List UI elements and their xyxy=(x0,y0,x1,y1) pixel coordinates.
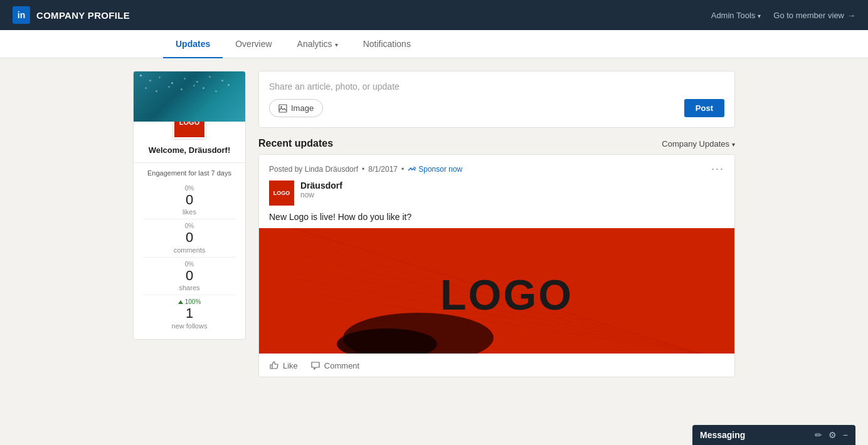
compose-message-icon[interactable]: ✏ xyxy=(815,430,822,440)
shares-label: shares xyxy=(143,284,236,291)
messaging-icons: ✏ ⚙ − xyxy=(815,430,848,440)
nav-right: Admin Tools Go to member view xyxy=(711,11,855,20)
admin-tools-button[interactable]: Admin Tools xyxy=(711,11,761,20)
likes-label: likes xyxy=(143,208,236,216)
messaging-label: Messaging xyxy=(700,430,745,440)
welcome-text: Welcome, Dräusdorf! xyxy=(134,142,245,162)
company-profile-title: COMPANY PROFILE xyxy=(36,10,130,21)
svg-rect-0 xyxy=(279,105,287,112)
tab-nav: Updates Overview Analytics Notifications xyxy=(0,30,868,58)
svg-text:LOGO: LOGO xyxy=(440,271,573,318)
post-footer: Like Comment xyxy=(259,353,734,377)
svg-point-1 xyxy=(280,106,282,107)
post-meta: Posted by Linda Dräusdorf • 8/1/2017 • S… xyxy=(269,165,462,174)
author-info: Dräusdorf now xyxy=(300,181,342,199)
member-view-button[interactable]: Go to member view xyxy=(773,11,855,20)
comments-value: 0 xyxy=(143,229,236,246)
nav-left: in COMPANY PROFILE xyxy=(13,6,130,24)
share-box: Share an article, photo, or update Image… xyxy=(258,71,735,128)
follows-value: 1 xyxy=(143,305,236,322)
post-text: New Logo is live! How do you like it? xyxy=(259,212,734,228)
more-options-button[interactable]: ··· xyxy=(711,162,724,175)
recent-updates-title: Recent updates xyxy=(258,138,333,149)
comment-button[interactable]: Comment xyxy=(310,360,359,370)
likes-percent: 0% xyxy=(143,185,236,192)
engagement-section: Engagement for last 7 days 0% 0 likes 0%… xyxy=(134,162,245,339)
post-image: LOGO xyxy=(259,228,734,353)
company-updates-chevron-icon xyxy=(732,139,735,149)
share-actions: Image Post xyxy=(269,99,724,117)
follows-label: new follows xyxy=(143,322,236,330)
comments-percent: 0% xyxy=(143,223,236,229)
sponsor-icon xyxy=(408,165,416,173)
post-button[interactable]: Post xyxy=(684,99,724,117)
tab-updates[interactable]: Updates xyxy=(163,30,223,58)
stat-likes: 0% 0 likes xyxy=(143,182,236,219)
share-placeholder: Share an article, photo, or update xyxy=(269,81,724,92)
messaging-bar: Messaging ✏ ⚙ − xyxy=(692,425,855,445)
messaging-settings-icon[interactable]: ⚙ xyxy=(828,430,837,440)
tab-notifications[interactable]: Notifications xyxy=(351,30,423,58)
comment-icon xyxy=(310,360,320,370)
post-card: Posted by Linda Dräusdorf • 8/1/2017 • S… xyxy=(258,154,735,377)
image-icon xyxy=(278,104,287,113)
main-content: LOGO Welcome, Dräusdorf! Engagement for … xyxy=(120,71,748,377)
shares-percent: 0% xyxy=(143,261,236,268)
stat-comments: 0% 0 comments xyxy=(143,219,236,257)
author-time: now xyxy=(300,191,342,199)
profile-banner xyxy=(134,71,245,122)
post-author: LOGO Dräusdorf now xyxy=(259,181,734,212)
arrow-right-icon xyxy=(847,11,855,20)
tab-overview[interactable]: Overview xyxy=(223,30,284,58)
stat-follows: 100% 1 new follows xyxy=(143,295,236,332)
right-content: Share an article, photo, or update Image… xyxy=(258,71,735,377)
left-sidebar: LOGO Welcome, Dräusdorf! Engagement for … xyxy=(133,71,246,377)
comments-label: comments xyxy=(143,246,236,254)
shares-value: 0 xyxy=(143,268,236,284)
recent-updates-header: Recent updates Company Updates xyxy=(258,138,735,149)
like-button[interactable]: Like xyxy=(269,360,298,370)
author-name: Dräusdorf xyxy=(300,181,342,191)
tab-analytics[interactable]: Analytics xyxy=(285,30,351,58)
likes-value: 0 xyxy=(143,192,236,208)
post-header: Posted by Linda Dräusdorf • 8/1/2017 • S… xyxy=(259,155,734,181)
company-updates-button[interactable]: Company Updates xyxy=(662,139,735,149)
chevron-down-icon xyxy=(758,11,761,20)
top-nav: in COMPANY PROFILE Admin Tools Go to mem… xyxy=(0,0,868,30)
triangle-up-icon xyxy=(178,300,183,304)
follows-percent: 100% xyxy=(143,298,236,305)
stat-shares: 0% 0 shares xyxy=(143,258,236,295)
image-button[interactable]: Image xyxy=(269,99,323,117)
linkedin-logo: in xyxy=(13,6,30,24)
post-logo-image: LOGO xyxy=(259,228,734,353)
minimize-messaging-icon[interactable]: − xyxy=(843,430,848,440)
engagement-title: Engagement for last 7 days xyxy=(143,169,236,177)
analytics-chevron-icon xyxy=(335,39,338,49)
like-icon xyxy=(269,360,279,370)
sponsor-now-link[interactable]: Sponsor now xyxy=(408,165,462,174)
author-logo: LOGO xyxy=(269,181,294,206)
profile-card: LOGO Welcome, Dräusdorf! Engagement for … xyxy=(133,71,246,340)
